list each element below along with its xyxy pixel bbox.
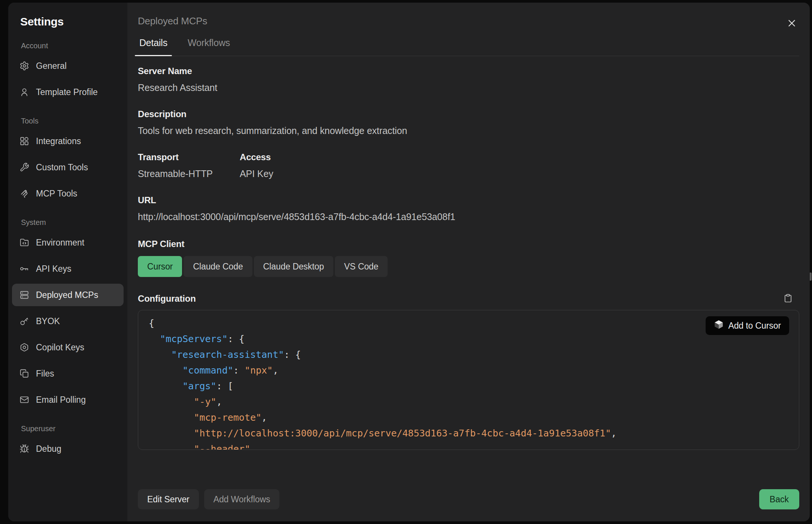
sidebar-section-label-account: Account [21, 42, 124, 50]
folder-code-icon [19, 238, 29, 247]
key-diagonal-icon [19, 316, 29, 326]
tab-workflows[interactable]: Workflows [186, 37, 231, 56]
code-line: "command": "npx", [149, 363, 799, 378]
description-field: Description Tools for web research, summ… [138, 109, 799, 136]
client-button-cursor[interactable]: Cursor [138, 256, 182, 277]
sidebar-item-debug[interactable]: Debug [12, 438, 124, 460]
configuration-label: Configuration [138, 293, 196, 304]
sidebar-item-api-keys[interactable]: API Keys [12, 258, 124, 280]
sidebar-item-mcp-tools[interactable]: MCP Tools [12, 182, 124, 205]
footer: Edit Server Add Workflows Back [138, 489, 799, 509]
sidebar-item-label: Integrations [36, 136, 81, 146]
sidebar-item-label: Debug [36, 444, 61, 454]
page-backdrop: Settings AccountGeneralTemplate ProfileT… [0, 0, 812, 524]
close-button[interactable] [786, 18, 798, 30]
settings-title: Settings [20, 15, 124, 28]
sidebar-sections: AccountGeneralTemplate ProfileToolsInteg… [12, 42, 124, 460]
mcp-client-block: MCP Client CursorClaude CodeClaude Deskt… [138, 239, 799, 277]
code-line: "research-assistant": { [149, 347, 799, 363]
code-line: "-y", [149, 394, 799, 410]
code-line: "mcp-remote", [149, 410, 799, 426]
code-line: { [149, 316, 799, 331]
settings-modal: Settings AccountGeneralTemplate ProfileT… [8, 3, 810, 521]
user-icon [19, 87, 29, 97]
sidebar-item-label: Custom Tools [36, 162, 88, 173]
wrench-icon [19, 162, 29, 172]
hexagon-nut-icon [19, 342, 29, 352]
description-label: Description [138, 109, 799, 119]
access-label: Access [240, 152, 273, 162]
sidebar-item-label: Files [36, 369, 54, 379]
copy-configuration-button[interactable] [783, 293, 793, 304]
sidebar-item-label: Environment [36, 238, 84, 248]
sidebar-item-label: Email Polling [36, 395, 86, 405]
code-line: "mcpServers": { [149, 331, 799, 347]
close-icon [786, 24, 797, 30]
server-icon [19, 290, 29, 300]
sidebar-item-label: Copilot Keys [36, 342, 84, 353]
sidebar-item-byok[interactable]: BYOK [12, 310, 124, 332]
description-value: Tools for web research, summarization, a… [138, 125, 799, 136]
sidebar-item-label: API Keys [36, 264, 72, 274]
sidebar-section-label-tools: Tools [21, 117, 124, 125]
client-button-claude-desktop[interactable]: Claude Desktop [254, 256, 333, 277]
sidebar-item-label: MCP Tools [36, 189, 77, 199]
transport-label: Transport [138, 152, 240, 162]
sidebar-item-environment[interactable]: Environment [12, 231, 124, 254]
cursor-cube-icon [714, 320, 724, 332]
sidebar-item-label: Template Profile [36, 87, 98, 97]
code-line: "http://localhost:3000/api/mcp/serve/485… [149, 426, 799, 441]
mcp-logo-icon [19, 189, 29, 198]
url-field: URL http://localhost:3000/api/mcp/serve/… [138, 195, 799, 222]
add-to-cursor-button[interactable]: Add to Cursor [706, 316, 789, 335]
copy-pages-icon [19, 369, 29, 378]
code-lines: { "mcpServers": { "research-assistant": … [149, 316, 799, 450]
sidebar-item-integrations[interactable]: Integrations [12, 130, 124, 152]
server-name-label: Server Name [138, 66, 799, 76]
server-name-value: Research Assistant [138, 82, 799, 93]
code-line: "args": [ [149, 378, 799, 394]
server-name-field: Server Name Research Assistant [138, 66, 799, 93]
sidebar-item-label: BYOK [36, 316, 60, 326]
add-to-cursor-label: Add to Cursor [728, 321, 781, 331]
sidebar-item-label: Deployed MCPs [36, 290, 98, 300]
bug-icon [19, 444, 29, 454]
url-value: http://localhost:3000/api/mcp/serve/4853… [138, 211, 799, 222]
details-content: Server Name Research Assistant Descripti… [138, 56, 799, 476]
gear-icon [19, 61, 29, 71]
sidebar-item-general[interactable]: General [12, 55, 124, 77]
client-button-claude-code[interactable]: Claude Code [184, 256, 252, 277]
sidebar-item-copilot-keys[interactable]: Copilot Keys [12, 336, 124, 359]
sidebar-section-label-system: System [21, 218, 124, 227]
sidebar-item-template-profile[interactable]: Template Profile [12, 81, 124, 103]
sidebar: Settings AccountGeneralTemplate ProfileT… [8, 3, 127, 521]
sidebar-item-label: General [36, 61, 67, 71]
sidebar-section-label-superuser: Superuser [21, 424, 124, 433]
client-button-vs-code[interactable]: VS Code [335, 256, 388, 277]
code-line: "--header" [149, 441, 799, 450]
sidebar-item-files[interactable]: Files [12, 362, 124, 385]
sidebar-item-email-polling[interactable]: Email Polling [12, 389, 124, 411]
access-value: API Key [240, 168, 273, 179]
transport-field: Transport Streamable-HTTP [138, 152, 240, 179]
configuration-code-block[interactable]: { "mcpServers": { "research-assistant": … [138, 310, 799, 450]
add-workflows-button[interactable]: Add Workflows [204, 489, 280, 509]
sidebar-item-custom-tools[interactable]: Custom Tools [12, 156, 124, 179]
panel-title: Deployed MCPs [138, 15, 799, 27]
tabs: DetailsWorkflows [138, 37, 799, 56]
access-field: Access API Key [240, 152, 273, 179]
configuration-header-row: Configuration [138, 293, 799, 304]
url-label: URL [138, 195, 799, 205]
clipboard-icon [783, 299, 793, 304]
transport-access-row: Transport Streamable-HTTP Access API Key [138, 152, 799, 179]
mcp-client-label: MCP Client [138, 239, 799, 249]
main-panel: Deployed MCPs DetailsWorkflows Server Na… [127, 3, 810, 521]
edit-server-button[interactable]: Edit Server [138, 489, 199, 509]
tab-details[interactable]: Details [138, 37, 169, 56]
blocks-icon [19, 136, 29, 146]
transport-value: Streamable-HTTP [138, 168, 240, 179]
key-icon [19, 264, 29, 274]
back-button[interactable]: Back [759, 489, 799, 509]
mail-icon [19, 395, 29, 405]
sidebar-item-deployed-mcps[interactable]: Deployed MCPs [12, 284, 124, 306]
